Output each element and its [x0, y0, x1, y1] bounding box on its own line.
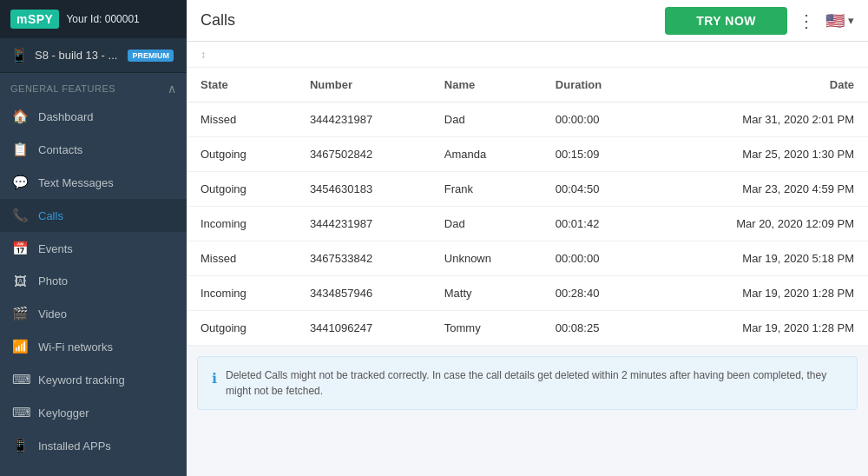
- cell-duration: 00:01:42: [542, 207, 652, 241]
- cell-state: Missed: [187, 102, 296, 137]
- cell-date: Mar 23, 2020 4:59 PM: [652, 172, 868, 207]
- messages-icon: 💬: [12, 175, 28, 190]
- cell-name: Frank: [431, 172, 542, 207]
- chevron-down-icon: ▾: [848, 14, 854, 27]
- sidebar-item-photo[interactable]: 🖼 Photo: [0, 265, 187, 297]
- android-icon: 📱: [10, 47, 28, 63]
- col-date: Date: [652, 68, 868, 102]
- cell-state: Outgoing: [187, 311, 296, 346]
- cell-state: Outgoing: [187, 172, 296, 207]
- sidebar-item-events[interactable]: 📅 Events: [0, 232, 187, 265]
- sidebar-item-label: Installed APPs: [38, 440, 111, 453]
- wifi-icon: 📶: [12, 339, 28, 354]
- sidebar-item-label: Wi-Fi networks: [38, 340, 113, 354]
- video-icon: 🎬: [12, 306, 28, 321]
- page-title: Calls: [201, 11, 654, 30]
- sidebar-item-dashboard[interactable]: 🏠 Dashboard: [0, 100, 187, 133]
- col-name: Name: [431, 68, 542, 102]
- main-content: Calls TRY NOW ⋮ 🇺🇸 ▾ ↕ State Number Name…: [187, 0, 868, 476]
- try-now-button[interactable]: TRY NOW: [665, 7, 787, 35]
- sidebar-item-label: Keylogger: [38, 407, 89, 420]
- scroll-hint: ↕: [187, 42, 868, 68]
- table-row: Outgoing3467502842Amanda00:15:09Mar 25, …: [187, 137, 868, 172]
- mspy-logo: mSPY: [10, 10, 59, 29]
- more-options-button[interactable]: ⋮: [798, 12, 815, 30]
- cell-number: 3467533842: [296, 241, 431, 276]
- sidebar: mSPY Your Id: 000001 📱 S8 - build 13 - .…: [0, 0, 187, 476]
- info-text: Deleted Calls might not be tracked corre…: [226, 367, 843, 399]
- premium-badge: PREMIUM: [128, 50, 174, 62]
- table-row: Incoming3444231987Dad00:01:42Mar 20, 202…: [187, 207, 868, 241]
- sidebar-item-contacts[interactable]: 📋 Contacts: [0, 133, 187, 166]
- cell-duration: 00:04:50: [542, 172, 652, 207]
- sidebar-item-keyword-tracking[interactable]: ⌨ Keyword tracking: [0, 363, 187, 396]
- cell-name: Unknown: [431, 241, 542, 276]
- table-row: Incoming3434857946Matty00:28:40Mar 19, 2…: [187, 276, 868, 311]
- cell-date: Mar 19, 2020 1:28 PM: [652, 311, 868, 346]
- cell-duration: 00:15:09: [542, 137, 652, 172]
- topbar: Calls TRY NOW ⋮ 🇺🇸 ▾: [187, 0, 868, 42]
- calls-icon: 📞: [12, 208, 28, 223]
- cell-number: 3441096247: [296, 311, 431, 346]
- sidebar-item-label: Text Messages: [38, 176, 114, 189]
- collapse-icon[interactable]: ∧: [168, 82, 177, 96]
- scroll-arrows-icon: ↕: [201, 49, 206, 61]
- info-box: ℹ Deleted Calls might not be tracked cor…: [197, 356, 858, 410]
- col-number: Number: [296, 68, 431, 102]
- cell-date: Mar 20, 2020 12:09 PM: [652, 207, 868, 241]
- cell-number: 3444231987: [296, 207, 431, 241]
- contacts-icon: 📋: [12, 142, 28, 157]
- us-flag-icon: 🇺🇸: [825, 11, 845, 30]
- cell-state: Missed: [187, 241, 296, 276]
- cell-number: 3444231987: [296, 102, 431, 137]
- home-icon: 🏠: [12, 109, 28, 124]
- table-row: Missed3467533842Unknown00:00:00Mar 19, 2…: [187, 241, 868, 276]
- language-selector[interactable]: 🇺🇸 ▾: [825, 11, 854, 30]
- cell-duration: 00:00:00: [542, 241, 652, 276]
- cell-name: Dad: [431, 207, 542, 241]
- sidebar-item-label: Contacts: [38, 143, 82, 156]
- sidebar-item-calls[interactable]: 📞 Calls: [0, 199, 187, 232]
- cell-date: Mar 31, 2020 2:01 PM: [652, 102, 868, 137]
- cell-number: 3454630183: [296, 172, 431, 207]
- cell-state: Incoming: [187, 276, 296, 311]
- table-row: Missed3444231987Dad00:00:00Mar 31, 2020 …: [187, 102, 868, 137]
- cell-name: Dad: [431, 102, 542, 137]
- cell-date: Mar 19, 2020 5:18 PM: [652, 241, 868, 276]
- col-state: State: [187, 68, 296, 102]
- sidebar-item-keylogger[interactable]: ⌨ Keylogger: [0, 396, 187, 429]
- sidebar-header: mSPY Your Id: 000001: [0, 0, 187, 38]
- sidebar-item-label: Video: [38, 307, 67, 321]
- calls-table-container: ↕ State Number Name Duration Date Missed…: [187, 42, 868, 346]
- table-row: Outgoing3441096247Tommy00:08:25Mar 19, 2…: [187, 311, 868, 346]
- photo-icon: 🖼: [12, 274, 28, 288]
- cell-duration: 00:00:00: [542, 102, 652, 137]
- cell-name: Tommy: [431, 311, 542, 346]
- sidebar-item-installed-apps[interactable]: 📱 Installed APPs: [0, 429, 187, 462]
- cell-duration: 00:28:40: [542, 276, 652, 311]
- cell-date: Mar 25, 2020 1:30 PM: [652, 137, 868, 172]
- general-features-label: GENERAL FEATURES ∧: [0, 73, 187, 100]
- keylogger-icon: ⌨: [12, 405, 28, 420]
- cell-state: Incoming: [187, 207, 296, 241]
- cell-name: Amanda: [431, 137, 542, 172]
- device-row[interactable]: 📱 S8 - build 13 - ... PREMIUM: [0, 38, 187, 73]
- keyword-icon: ⌨: [12, 372, 28, 387]
- cell-duration: 00:08:25: [542, 311, 652, 346]
- sidebar-item-label: Calls: [38, 209, 63, 222]
- sidebar-item-label: Events: [38, 242, 73, 255]
- cell-state: Outgoing: [187, 137, 296, 172]
- apps-icon: 📱: [12, 438, 28, 453]
- sidebar-item-wifi[interactable]: 📶 Wi-Fi networks: [0, 330, 187, 363]
- sidebar-item-label: Photo: [38, 274, 68, 288]
- cell-number: 3467502842: [296, 137, 431, 172]
- calls-table: State Number Name Duration Date Missed34…: [187, 68, 868, 346]
- events-icon: 📅: [12, 241, 28, 256]
- device-name: S8 - build 13 - ...: [35, 49, 117, 62]
- cell-date: Mar 19, 2020 1:28 PM: [652, 276, 868, 311]
- user-id-label: Your Id: 000001: [66, 13, 139, 25]
- sidebar-item-video[interactable]: 🎬 Video: [0, 297, 187, 330]
- sidebar-item-text-messages[interactable]: 💬 Text Messages: [0, 166, 187, 199]
- col-duration: Duration: [542, 68, 652, 102]
- info-icon: ℹ: [212, 368, 217, 399]
